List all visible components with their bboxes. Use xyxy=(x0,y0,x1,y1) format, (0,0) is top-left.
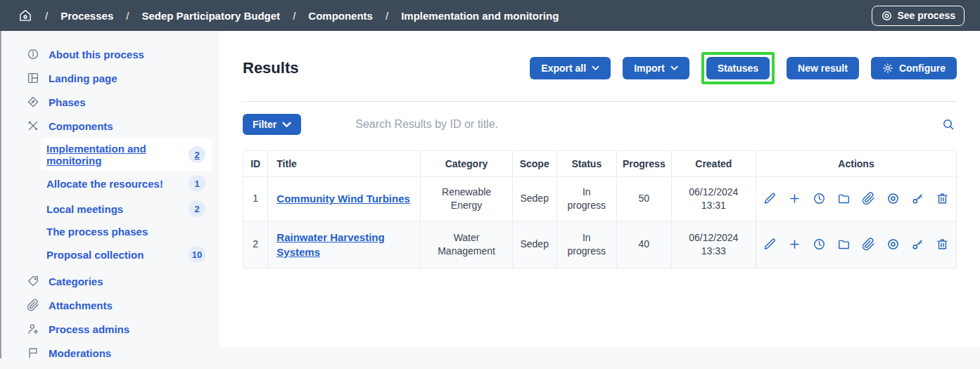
eye-icon xyxy=(881,10,893,22)
sidebar-item-label: Attachments xyxy=(49,299,113,311)
attachment-icon[interactable] xyxy=(862,192,875,205)
key-icon[interactable] xyxy=(911,192,924,205)
count-badge: 1 xyxy=(189,175,205,192)
configure-label: Configure xyxy=(899,63,946,74)
results-table: ID Title Category Scope Status Progress … xyxy=(243,150,957,268)
flag-icon xyxy=(27,347,39,359)
see-process-button[interactable]: See process xyxy=(872,6,965,26)
statuses-button[interactable]: Statuses xyxy=(706,57,770,79)
edit-icon[interactable] xyxy=(763,192,777,205)
result-title-link[interactable]: Rainwater Harvesting Systems xyxy=(276,231,384,258)
import-button[interactable]: Import xyxy=(623,57,689,79)
breadcrumb-separator: / xyxy=(126,10,129,22)
subnav-item-proposal-collection[interactable]: Proposal collection 10 xyxy=(41,242,212,267)
filter-label: Filter xyxy=(253,119,276,130)
folder-icon[interactable] xyxy=(837,192,851,205)
col-header-id: ID xyxy=(243,151,268,177)
trash-icon[interactable] xyxy=(936,238,949,251)
layout-icon xyxy=(27,72,39,84)
export-all-label: Export all xyxy=(541,63,586,74)
subnav-item-label: Local meetings xyxy=(46,203,123,215)
toolbar: Export all Import Statuses xyxy=(530,52,957,84)
attachment-icon[interactable] xyxy=(862,238,875,251)
filter-button[interactable]: Filter xyxy=(243,114,301,135)
breadcrumb-separator: / xyxy=(45,10,48,22)
search-input[interactable] xyxy=(354,117,933,131)
breadcrumb-processes[interactable]: Processes xyxy=(61,10,113,22)
sidebar-item-phases[interactable]: Phases xyxy=(1,90,219,114)
history-icon[interactable] xyxy=(813,238,826,251)
preview-icon[interactable] xyxy=(886,192,900,205)
results-panel: Results Export all Import Statuses xyxy=(219,31,980,347)
count-badge: 2 xyxy=(189,146,205,163)
subnav-item-label: Proposal collection xyxy=(46,249,144,261)
cell-scope: Sedep xyxy=(512,221,556,268)
sidebar-item-label: Categories xyxy=(49,276,103,287)
subnav-item-the-process-phases[interactable]: The process phases xyxy=(41,221,212,242)
topbar: / Processes / Sedep Participatory Budget… xyxy=(0,0,980,31)
edit-icon[interactable] xyxy=(763,238,777,251)
folder-icon[interactable] xyxy=(837,238,851,251)
cell-id: 2 xyxy=(243,221,268,268)
configure-button[interactable]: Configure xyxy=(871,57,957,79)
breadcrumb-process-name[interactable]: Sedep Participatory Budget xyxy=(141,10,280,22)
breadcrumb-components[interactable]: Components xyxy=(308,10,373,22)
route-icon xyxy=(27,96,39,108)
history-icon[interactable] xyxy=(813,192,826,205)
result-title-link[interactable]: Community Wind Turbines xyxy=(276,193,410,205)
sidebar-item-about[interactable]: About this process xyxy=(1,42,219,66)
export-all-button[interactable]: Export all xyxy=(530,57,611,79)
sidebar-item-label: Landing page xyxy=(49,72,117,84)
sidebar-item-landing-page[interactable]: Landing page xyxy=(1,66,219,90)
statuses-label: Statuses xyxy=(718,63,758,74)
components-subnav: Implementation and monitoring 2 Allocate… xyxy=(1,138,219,269)
sidebar-item-label: Moderations xyxy=(49,347,111,359)
cell-category: Water Management xyxy=(421,221,513,268)
page-title: Results xyxy=(243,59,298,77)
sidebar-item-label: Process admins xyxy=(49,323,129,335)
cell-progress: 40 xyxy=(616,221,671,268)
sidebar-item-components[interactable]: Components xyxy=(1,114,219,138)
count-badge: 10 xyxy=(189,246,205,263)
breadcrumb-current-component[interactable]: Implementation and monitoring xyxy=(401,10,559,22)
new-result-label: New result xyxy=(798,63,848,74)
chevron-down-icon xyxy=(670,65,678,71)
sidebar-item-categories[interactable]: Categories xyxy=(1,269,219,293)
col-header-progress: Progress xyxy=(616,151,671,177)
home-breadcrumb-link[interactable] xyxy=(18,8,32,22)
subnav-item-label: Allocate the resources! xyxy=(46,178,163,190)
sidebar-item-label: Components xyxy=(49,120,113,132)
col-header-title: Title xyxy=(268,151,421,177)
add-icon[interactable] xyxy=(788,238,801,251)
cell-id: 1 xyxy=(243,177,268,221)
row-actions xyxy=(763,238,949,251)
new-result-button[interactable]: New result xyxy=(787,57,859,79)
preview-icon[interactable] xyxy=(886,238,900,251)
process-sidebar: About this process Landing page Phases xyxy=(1,31,219,358)
subnav-item-allocate-the-resources[interactable]: Allocate the resources! 1 xyxy=(41,171,212,196)
subnav-item-implementation-and-monitoring[interactable]: Implementation and monitoring 2 xyxy=(41,138,212,171)
subnav-item-local-meetings[interactable]: Local meetings 2 xyxy=(41,196,212,221)
col-header-created: Created xyxy=(671,151,756,177)
subnav-item-label: The process phases xyxy=(46,226,148,238)
cell-category: Renewable Energy xyxy=(421,177,513,221)
table-row: 1 Community Wind Turbines Renewable Ener… xyxy=(243,177,957,221)
sidebar-item-attachments[interactable]: Attachments xyxy=(1,293,219,317)
sidebar-item-moderations[interactable]: Moderations xyxy=(1,341,219,365)
statuses-highlight-box: Statuses xyxy=(701,52,775,84)
search-button[interactable] xyxy=(940,116,957,133)
cell-status: In progress xyxy=(556,177,616,221)
subnav-item-label: Implementation and monitoring xyxy=(46,143,189,167)
col-header-status: Status xyxy=(556,151,616,177)
see-process-label: See process xyxy=(898,10,956,21)
breadcrumb: / Processes / Sedep Participatory Budget… xyxy=(18,8,571,22)
chevron-down-icon xyxy=(282,122,291,128)
sidebar-item-process-admins[interactable]: Process admins xyxy=(1,317,219,341)
search-icon xyxy=(941,117,955,131)
cell-status: In progress xyxy=(556,221,616,268)
trash-icon[interactable] xyxy=(936,192,949,205)
add-icon[interactable] xyxy=(788,192,801,205)
sidebar-item-label: About this process xyxy=(49,48,144,60)
col-header-actions: Actions xyxy=(756,151,957,177)
key-icon[interactable] xyxy=(911,238,924,251)
